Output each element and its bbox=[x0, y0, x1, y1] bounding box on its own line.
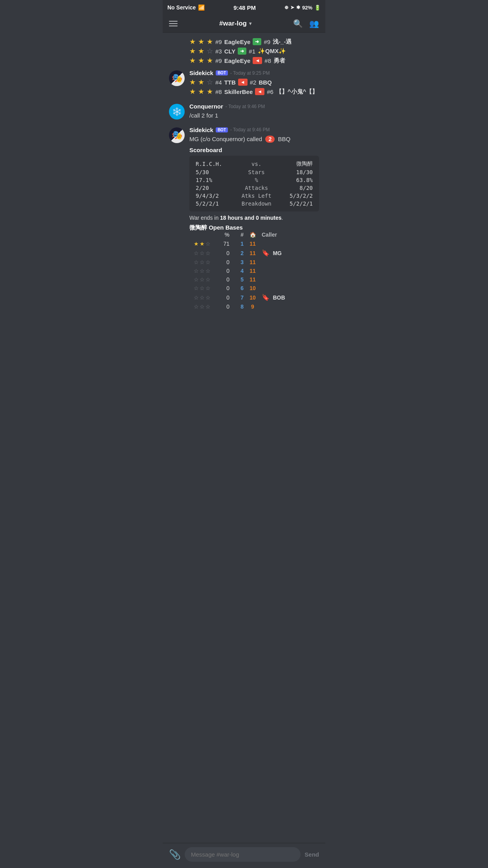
star-icon: ☆ bbox=[205, 276, 211, 283]
base-num: 7 bbox=[233, 294, 247, 301]
star-icon: ☆ bbox=[194, 303, 199, 310]
carrier-text: No Service bbox=[167, 4, 196, 11]
star-icon: ☆ bbox=[194, 259, 199, 265]
attack-direction-icon: ➜ bbox=[253, 38, 261, 45]
house-header: 🏠 bbox=[247, 232, 259, 238]
star-icon: ☆ bbox=[200, 268, 205, 274]
star-icon: ☆ bbox=[194, 250, 199, 256]
star-icon: ★ bbox=[198, 47, 204, 55]
base-row: ☆ ☆ ☆ 0 5 11 bbox=[189, 275, 319, 284]
star-icon: ☆ bbox=[205, 285, 211, 291]
base-house: 11 bbox=[247, 241, 259, 247]
base-row: ☆ ☆ ☆ 0 2 11 🔖 MG bbox=[189, 248, 319, 258]
star-icon: ☆ bbox=[200, 259, 205, 265]
battle-line: ★ ★ ★ #9 EagleEye ◄ #8 勇者 bbox=[189, 56, 319, 65]
star-icon: ★ bbox=[207, 87, 213, 96]
star-icon: ☆ bbox=[194, 285, 199, 291]
star-icon: ☆ bbox=[200, 303, 205, 310]
base-num: 6 bbox=[233, 285, 247, 291]
base-num: 1 bbox=[233, 241, 247, 247]
base-caller: 🔖 BOB bbox=[259, 294, 319, 301]
base-house: 11 bbox=[247, 259, 259, 265]
battle-line: ★ ★ ★ #8 SkillerBee ◄ #6 【】^小鬼^【】 bbox=[189, 87, 319, 96]
attack-direction-icon: ◄ bbox=[253, 57, 262, 64]
username: Sidekick bbox=[189, 127, 213, 133]
attack-direction-icon: ◄ bbox=[255, 88, 264, 95]
status-bar: No Service 📶 9:48 PM ⊕ ➤ ✱ 92% 🔋 bbox=[163, 0, 325, 15]
battle-line: ★ ★ ☆ #4 TTB ◄ #2 BBQ bbox=[189, 78, 319, 86]
channel-header: #war-log ▾ 🔍 👥 bbox=[163, 15, 325, 33]
star-icon: ★ bbox=[207, 56, 213, 65]
status-right: ⊕ ➤ ✱ 92% 🔋 bbox=[284, 5, 321, 11]
channel-name-container[interactable]: #war-log ▾ bbox=[219, 20, 251, 28]
base-house: 9 bbox=[247, 303, 259, 310]
caller-header: Caller bbox=[259, 232, 319, 238]
base-house: 10 bbox=[247, 294, 259, 301]
base-row: ☆ ☆ ☆ 0 8 9 bbox=[189, 302, 319, 311]
username: Conquernor bbox=[189, 103, 223, 110]
message-content: Sidekick BOT - Today at 9:25 PM ★ ★ ☆ #4… bbox=[189, 70, 319, 97]
scoreboard-right-pct: 63.8% bbox=[279, 176, 314, 184]
base-house: 10 bbox=[247, 285, 259, 291]
star-icon: ★ bbox=[198, 37, 204, 46]
scoreboard: R.I.C.H. vs. 微陶醉 5/30 Stars 18/30 17.1% … bbox=[189, 156, 319, 211]
bookmark-icon: 🔖 bbox=[262, 294, 270, 301]
avatar: 🎭 bbox=[169, 70, 185, 86]
message-header: Sidekick BOT - Today at 9:46 PM bbox=[189, 127, 319, 133]
star-icon: ☆ bbox=[205, 268, 211, 274]
message-content: Conquernor - Today at 9:46 PM /call 2 fo… bbox=[189, 103, 319, 120]
search-icon[interactable]: 🔍 bbox=[293, 19, 303, 28]
star-icon: ☆ bbox=[194, 268, 199, 274]
base-pct: 71 bbox=[213, 241, 233, 247]
message-header: Sidekick BOT - Today at 9:25 PM bbox=[189, 70, 319, 76]
base-pct: 0 bbox=[213, 276, 233, 283]
base-pct: 0 bbox=[213, 268, 233, 274]
username: Sidekick bbox=[189, 70, 213, 76]
message-sidekick1: 🎭 Sidekick BOT - Today at 9:25 PM ★ ★ ☆ … bbox=[163, 66, 325, 100]
base-pct: 0 bbox=[213, 303, 233, 310]
base-house: 11 bbox=[247, 250, 259, 256]
header-right: 🔍 👥 bbox=[293, 19, 319, 28]
star-icon: ☆ bbox=[205, 259, 211, 265]
star-icon: ☆ bbox=[194, 276, 199, 283]
battery-pct: 92% bbox=[302, 5, 312, 11]
base-num: 2 bbox=[233, 250, 247, 256]
scoreboard-stars-label: Stars bbox=[234, 168, 279, 176]
pct-header: % bbox=[213, 232, 233, 238]
call-number: 2 bbox=[265, 136, 275, 143]
scoreboard-left-pct: 17.1% bbox=[194, 176, 234, 184]
chevron-down-icon[interactable]: ▾ bbox=[249, 21, 251, 26]
star-icon: ★ bbox=[189, 78, 196, 86]
chat-area: ★ ★ ★ #9 EagleEye ➜ #9 浅-_-遇 ★ ★ ☆ #3 CL… bbox=[163, 33, 325, 346]
battle-line: ★ ★ ☆ #3 CLY ➜ #1 ✨QMX✨ bbox=[189, 47, 319, 55]
scoreboard-left-attacks: 2/20 bbox=[194, 184, 234, 192]
star-icon: ★ bbox=[189, 37, 196, 46]
star-icon: ★ bbox=[189, 56, 196, 65]
base-row: ☆ ☆ ☆ 0 6 10 bbox=[189, 284, 319, 292]
bot-badge: BOT bbox=[216, 127, 228, 132]
attack-direction-icon: ➜ bbox=[238, 48, 246, 55]
star-icon: ☆ bbox=[200, 250, 205, 256]
star-icon: ☆ bbox=[205, 303, 211, 310]
base-row: ☆ ☆ ☆ 0 4 11 bbox=[189, 267, 319, 275]
nav-icon: ➤ bbox=[290, 5, 294, 10]
star-icon: ★ bbox=[198, 87, 204, 96]
base-num: 4 bbox=[233, 268, 247, 274]
hamburger-menu[interactable] bbox=[169, 21, 178, 26]
star-icon: ★ bbox=[194, 241, 199, 247]
base-num: 3 bbox=[233, 259, 247, 265]
star-icon: ★ bbox=[189, 87, 196, 96]
status-left: No Service 📶 bbox=[167, 4, 205, 11]
attack-direction-icon: ◄ bbox=[238, 79, 248, 86]
star-icon: ★ bbox=[198, 78, 204, 86]
channel-name: #war-log bbox=[219, 20, 247, 28]
star-icon: ☆ bbox=[194, 294, 199, 301]
base-row: ☆ ☆ ☆ 0 3 11 bbox=[189, 258, 319, 267]
partial-messages: ★ ★ ★ #9 EagleEye ➜ #9 浅-_-遇 ★ ★ ☆ #3 CL… bbox=[163, 36, 325, 66]
members-icon[interactable]: 👥 bbox=[309, 19, 319, 28]
scoreboard-left-breakdown: 5/2/2/1 bbox=[194, 200, 234, 208]
num-header: # bbox=[233, 232, 247, 238]
star-icon: ☆ bbox=[200, 285, 205, 291]
base-num: 8 bbox=[233, 303, 247, 310]
base-pct: 0 bbox=[213, 250, 233, 256]
